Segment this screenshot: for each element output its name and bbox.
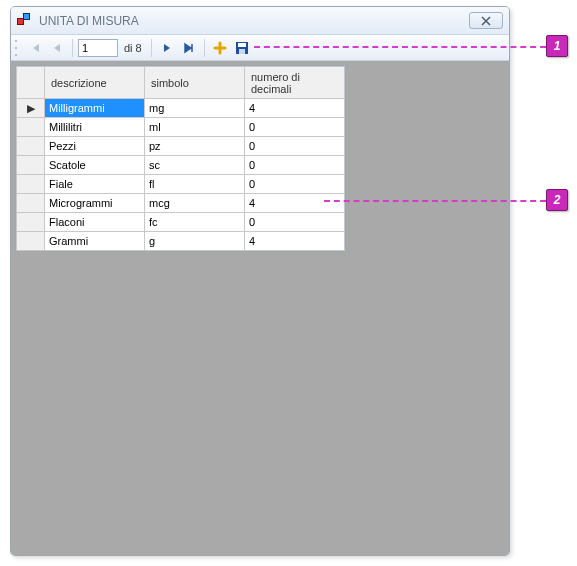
svg-rect-2: [239, 49, 245, 54]
svg-rect-1: [238, 43, 246, 47]
cell-descrizione[interactable]: Pezzi: [45, 137, 145, 156]
add-new-button[interactable]: [210, 38, 230, 58]
column-header-descrizione[interactable]: descrizione: [45, 67, 145, 99]
window-title: UNITA DI MISURA: [39, 14, 139, 28]
cell-decimali[interactable]: 0: [245, 175, 345, 194]
grid-area: descrizione simbolo numero di decimali ▶…: [11, 61, 509, 555]
cell-simbolo[interactable]: g: [145, 232, 245, 251]
cell-descrizione[interactable]: Microgrammi: [45, 194, 145, 213]
table-row[interactable]: Scatolesc0: [17, 156, 345, 175]
callout-line-2: [324, 200, 546, 202]
row-header[interactable]: ▶: [17, 99, 45, 118]
row-header[interactable]: [17, 213, 45, 232]
table-row[interactable]: Microgrammimcg4: [17, 194, 345, 213]
table-row[interactable]: Grammig4: [17, 232, 345, 251]
cell-decimali[interactable]: 0: [245, 156, 345, 175]
cell-decimali[interactable]: 0: [245, 118, 345, 137]
row-header[interactable]: [17, 156, 45, 175]
cell-decimali[interactable]: 0: [245, 213, 345, 232]
table-row[interactable]: Fialefl0: [17, 175, 345, 194]
cell-simbolo[interactable]: ml: [145, 118, 245, 137]
row-header[interactable]: [17, 118, 45, 137]
callout-badge-2: 2: [546, 189, 568, 211]
cell-descrizione[interactable]: Milligrammi: [45, 99, 145, 118]
nav-first-button[interactable]: [25, 38, 45, 58]
table-row[interactable]: Millilitriml0: [17, 118, 345, 137]
column-header-decimali[interactable]: numero di decimali: [245, 67, 345, 99]
column-header-simbolo[interactable]: simbolo: [145, 67, 245, 99]
toolbar-separator: [151, 39, 152, 57]
callout-line-1: [254, 46, 546, 48]
row-header[interactable]: [17, 137, 45, 156]
save-button[interactable]: [232, 38, 252, 58]
header-row: descrizione simbolo numero di decimali: [17, 67, 345, 99]
cell-descrizione[interactable]: Flaconi: [45, 213, 145, 232]
nav-of-label: di 8: [124, 42, 142, 54]
cell-descrizione[interactable]: Fiale: [45, 175, 145, 194]
cell-decimali[interactable]: 4: [245, 194, 345, 213]
cell-simbolo[interactable]: mg: [145, 99, 245, 118]
row-header-corner: [17, 67, 45, 99]
cell-simbolo[interactable]: fc: [145, 213, 245, 232]
close-button[interactable]: [469, 12, 503, 29]
app-icon: [17, 13, 33, 29]
cell-simbolo[interactable]: fl: [145, 175, 245, 194]
cell-simbolo[interactable]: mcg: [145, 194, 245, 213]
cell-simbolo[interactable]: pz: [145, 137, 245, 156]
cell-descrizione[interactable]: Millilitri: [45, 118, 145, 137]
table-row[interactable]: ▶Milligrammimg4: [17, 99, 345, 118]
row-header[interactable]: [17, 194, 45, 213]
toolbar-separator: [72, 39, 73, 57]
table-row[interactable]: Pezzipz0: [17, 137, 345, 156]
toolbar-separator: [204, 39, 205, 57]
callout-badge-1: 1: [546, 35, 568, 57]
cell-decimali[interactable]: 4: [245, 99, 345, 118]
nav-position-input[interactable]: [78, 39, 118, 57]
toolbar-grip: [15, 40, 21, 56]
row-header[interactable]: [17, 232, 45, 251]
nav-next-button[interactable]: [157, 38, 177, 58]
row-header[interactable]: [17, 175, 45, 194]
window-frame: UNITA DI MISURA di 8: [10, 6, 510, 556]
cell-descrizione[interactable]: Scatole: [45, 156, 145, 175]
cell-decimali[interactable]: 4: [245, 232, 345, 251]
nav-prev-button[interactable]: [47, 38, 67, 58]
data-grid[interactable]: descrizione simbolo numero di decimali ▶…: [15, 65, 346, 252]
titlebar: UNITA DI MISURA: [11, 7, 509, 35]
cell-decimali[interactable]: 0: [245, 137, 345, 156]
navigator-toolbar: di 8: [11, 35, 509, 61]
nav-last-button[interactable]: [179, 38, 199, 58]
cell-simbolo[interactable]: sc: [145, 156, 245, 175]
cell-descrizione[interactable]: Grammi: [45, 232, 145, 251]
table-row[interactable]: Flaconifc0: [17, 213, 345, 232]
